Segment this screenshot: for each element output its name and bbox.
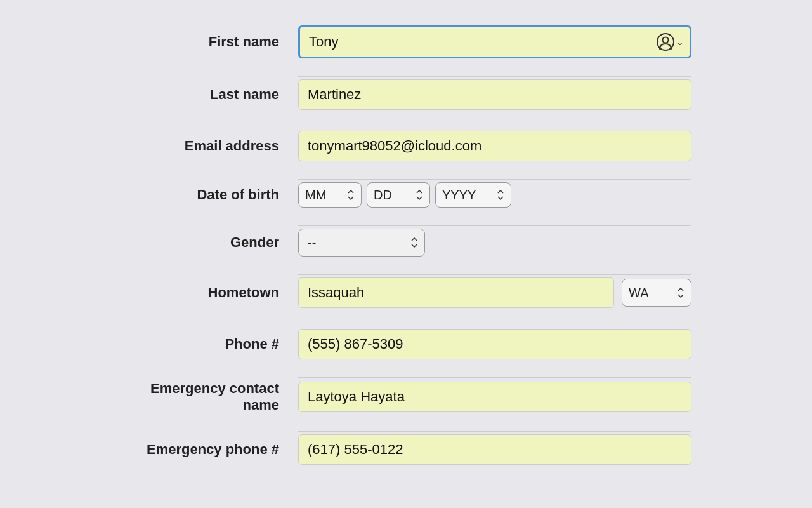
dob-day-select[interactable]: DD 010203 040506 070809 101112 131415 16… bbox=[367, 182, 430, 208]
emergency-contact-name-input[interactable] bbox=[298, 382, 691, 412]
dob-field-wrapper: MM 010203 040506 070809 101112 DD 010203… bbox=[298, 182, 691, 208]
account-icon-button[interactable]: ⌄ bbox=[657, 33, 684, 51]
dob-month-select[interactable]: MM 010203 040506 070809 101112 bbox=[298, 182, 362, 208]
gender-field-wrapper: -- Male Female Non-binary Prefer not to … bbox=[298, 229, 691, 257]
emergency-name-row: Emergency contact name bbox=[121, 380, 691, 420]
phone-row: Phone # bbox=[121, 329, 691, 366]
hometown-state-select[interactable]: WA ALAKAZ ARCACO CTDEFL GAHIID ILINIA KS… bbox=[622, 279, 691, 307]
divider-1 bbox=[298, 76, 691, 77]
hometown-container: WA ALAKAZ ARCACO CTDEFL GAHIID ILINIA KS… bbox=[298, 277, 691, 308]
email-input[interactable] bbox=[298, 131, 691, 161]
last-name-input[interactable] bbox=[298, 79, 691, 110]
svg-point-1 bbox=[663, 37, 669, 43]
last-name-row: Last name bbox=[121, 79, 691, 116]
first-name-row: First name ⌄ bbox=[121, 25, 691, 65]
emergency-phone-input[interactable] bbox=[298, 434, 691, 465]
first-name-field-wrapper: ⌄ bbox=[298, 25, 691, 58]
dob-year-select[interactable]: YYYY 200520001995 199019851980 19751970 bbox=[435, 182, 511, 208]
email-row: Email address bbox=[121, 131, 691, 168]
account-chevron-icon: ⌄ bbox=[676, 37, 684, 47]
first-name-input-wrapper: ⌄ bbox=[298, 25, 691, 58]
profile-form: First name ⌄ Last name Em bbox=[121, 13, 691, 495]
divider-4 bbox=[298, 225, 691, 226]
hometown-label: Hometown bbox=[121, 284, 298, 301]
email-field-wrapper bbox=[298, 131, 691, 161]
phone-label: Phone # bbox=[121, 336, 298, 352]
gender-label: Gender bbox=[121, 234, 298, 251]
last-name-field-wrapper bbox=[298, 79, 691, 110]
phone-field-wrapper bbox=[298, 329, 691, 359]
emergency-name-field-wrapper bbox=[298, 382, 691, 412]
divider-6 bbox=[298, 326, 691, 326]
hometown-city-input[interactable] bbox=[298, 277, 614, 308]
divider-8 bbox=[298, 431, 691, 432]
emergency-phone-field-wrapper bbox=[298, 434, 691, 465]
divider-3 bbox=[298, 179, 691, 180]
divider-7 bbox=[298, 377, 691, 378]
hometown-field-wrapper: WA ALAKAZ ARCACO CTDEFL GAHIID ILINIA KS… bbox=[298, 277, 691, 308]
last-name-label: Last name bbox=[121, 86, 298, 103]
email-label: Email address bbox=[121, 138, 298, 154]
first-name-input[interactable] bbox=[298, 25, 691, 58]
dob-label: Date of birth bbox=[121, 187, 298, 203]
divider-5 bbox=[298, 274, 691, 275]
first-name-label: First name bbox=[121, 34, 298, 50]
divider-2 bbox=[298, 128, 691, 128]
emergency-phone-row: Emergency phone # bbox=[121, 434, 691, 471]
dob-row: Date of birth MM 010203 040506 070809 10… bbox=[121, 182, 691, 214]
dob-container: MM 010203 040506 070809 101112 DD 010203… bbox=[298, 182, 691, 208]
hometown-row: Hometown WA ALAKAZ ARCACO CTDEFL GAHIID … bbox=[121, 277, 691, 314]
gender-select[interactable]: -- Male Female Non-binary Prefer not to … bbox=[298, 229, 425, 257]
emergency-name-label: Emergency contact name bbox=[121, 380, 298, 413]
emergency-phone-label: Emergency phone # bbox=[121, 441, 298, 458]
phone-input[interactable] bbox=[298, 329, 691, 359]
gender-row: Gender -- Male Female Non-binary Prefer … bbox=[121, 229, 691, 263]
